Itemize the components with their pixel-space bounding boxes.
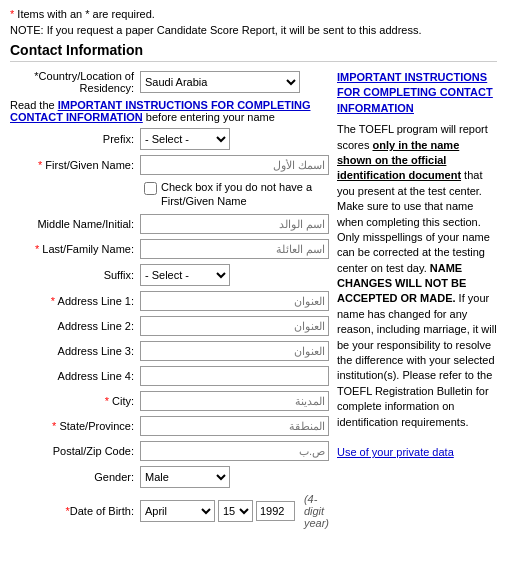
suffix-select[interactable]: - Select - Jr. Sr. II III	[140, 264, 230, 286]
state-input[interactable]	[140, 416, 329, 436]
instructions-link[interactable]: IMPORTANT INSTRUCTIONS FOR COMPLETING CO…	[10, 99, 311, 123]
dob-month-select[interactable]: January February March April May June Ju…	[140, 500, 215, 522]
zip-label: Postal/Zip Code:	[10, 445, 140, 457]
prefix-control: - Select - Mr. Mrs. Ms. Dr.	[140, 128, 329, 150]
state-label: * State/Province:	[10, 420, 140, 432]
prefix-label: Prefix:	[10, 133, 140, 145]
no-firstname-checkbox[interactable]	[144, 182, 157, 195]
zip-control	[140, 441, 329, 461]
address1-control	[140, 291, 329, 311]
no-firstname-label: Check box if you do not have a First/Giv…	[161, 180, 329, 209]
dob-label: *Date of Birth:	[10, 505, 140, 517]
privacy-link[interactable]: Use of your private data	[337, 446, 454, 458]
city-control	[140, 391, 329, 411]
form-left: *Country/Location of Residency: Saudi Ar…	[10, 70, 329, 534]
address3-input[interactable]	[140, 341, 329, 361]
address2-label: Address Line 2:	[10, 320, 140, 332]
lastname-label: * Last/Family Name:	[10, 243, 140, 255]
gender-control: Male Female	[140, 466, 329, 488]
lastname-input[interactable]	[140, 239, 329, 259]
middlename-row: Middle Name/Initial:	[10, 214, 329, 234]
state-row: * State/Province:	[10, 416, 329, 436]
address1-row: * Address Line 1:	[10, 291, 329, 311]
address3-control	[140, 341, 329, 361]
top-note: * Items with an * are required. NOTE: If…	[10, 8, 497, 36]
section-title: Contact Information	[10, 42, 497, 62]
right-panel-body: The TOEFL program will report scores onl…	[337, 122, 497, 461]
form-area: *Country/Location of Residency: Saudi Ar…	[10, 70, 497, 534]
gender-label: Gender:	[10, 471, 140, 483]
address1-input[interactable]	[140, 291, 329, 311]
address2-input[interactable]	[140, 316, 329, 336]
prefix-row: Prefix: - Select - Mr. Mrs. Ms. Dr.	[10, 128, 329, 150]
firstname-label: * First/Given Name:	[10, 159, 140, 171]
address3-row: Address Line 3:	[10, 341, 329, 361]
dob-year-input[interactable]	[256, 501, 295, 521]
gender-row: Gender: Male Female	[10, 466, 329, 488]
address4-row: Address Line 4:	[10, 366, 329, 386]
firstname-row: * First/Given Name:	[10, 155, 329, 175]
address3-label: Address Line 3:	[10, 345, 140, 357]
zip-input[interactable]	[140, 441, 329, 461]
middlename-control	[140, 214, 329, 234]
country-row: *Country/Location of Residency: Saudi Ar…	[10, 70, 329, 94]
middlename-input[interactable]	[140, 214, 329, 234]
lastname-row: * Last/Family Name:	[10, 239, 329, 259]
dob-year-note: (4-digit year)	[304, 493, 329, 529]
address2-control	[140, 316, 329, 336]
firstname-input[interactable]	[140, 155, 329, 175]
city-row: * City:	[10, 391, 329, 411]
state-control	[140, 416, 329, 436]
lastname-control	[140, 239, 329, 259]
dob-row: *Date of Birth: January February March A…	[10, 493, 329, 529]
instructions-row: Read the IMPORTANT INSTRUCTIONS FOR COMP…	[10, 99, 329, 123]
right-header-link[interactable]: IMPORTANT INSTRUCTIONS FOR COMPLETING CO…	[337, 71, 493, 114]
address2-row: Address Line 2:	[10, 316, 329, 336]
right-panel: IMPORTANT INSTRUCTIONS FOR COMPLETING CO…	[337, 70, 497, 534]
city-input[interactable]	[140, 391, 329, 411]
city-label: * City:	[10, 395, 140, 407]
dob-day-select[interactable]: 1234 5678 9101112 13141516 17181920 2122…	[218, 500, 253, 522]
country-select[interactable]: Saudi Arabia United States United Kingdo…	[140, 71, 300, 93]
suffix-label: Suffix:	[10, 269, 140, 281]
zip-row: Postal/Zip Code:	[10, 441, 329, 461]
address4-label: Address Line 4:	[10, 370, 140, 382]
address4-control	[140, 366, 329, 386]
address1-label: * Address Line 1:	[10, 295, 140, 307]
address4-input[interactable]	[140, 366, 329, 386]
firstname-control	[140, 155, 329, 175]
country-label: *Country/Location of Residency:	[10, 70, 140, 94]
right-panel-header: IMPORTANT INSTRUCTIONS FOR COMPLETING CO…	[337, 70, 497, 116]
middlename-label: Middle Name/Initial:	[10, 218, 140, 230]
prefix-select[interactable]: - Select - Mr. Mrs. Ms. Dr.	[140, 128, 230, 150]
suffix-row: Suffix: - Select - Jr. Sr. II III	[10, 264, 329, 286]
dob-controls: January February March April May June Ju…	[140, 493, 329, 529]
gender-select[interactable]: Male Female	[140, 466, 230, 488]
suffix-control: - Select - Jr. Sr. II III	[140, 264, 329, 286]
no-firstname-row: Check box if you do not have a First/Giv…	[144, 180, 329, 209]
